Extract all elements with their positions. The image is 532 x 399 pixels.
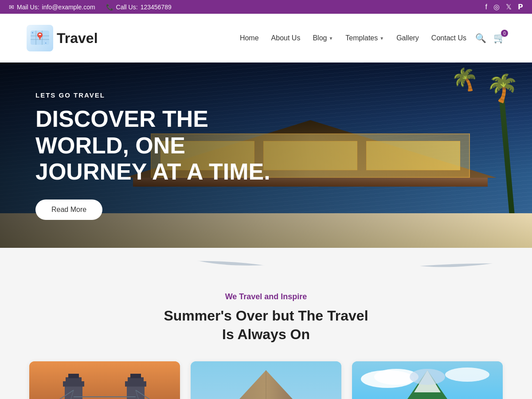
social-links: f ◎ 𝕏 𝗣 — [485, 3, 523, 11]
svg-rect-16 — [68, 374, 79, 378]
mail-label: Mail Us: — [17, 4, 39, 11]
mail-contact: ✉ Mail Us: info@example.com — [9, 4, 95, 11]
search-icon[interactable]: 🔍 — [475, 33, 486, 43]
section-tagline: We Travel and Inspire — [27, 292, 505, 301]
instagram-icon[interactable]: ◎ — [493, 3, 500, 11]
mail-icon: ✉ — [9, 4, 14, 11]
nav-icons: 🔍 🛒 0 — [475, 32, 505, 44]
card-london-image — [29, 361, 180, 399]
hero-subtitle: LETS GO TRAVEL — [35, 91, 301, 99]
nav-links: Home About Us Blog ▼ Templates ▼ Gallery… — [240, 34, 466, 42]
read-more-button[interactable]: Read More — [35, 200, 102, 220]
templates-dropdown-arrow: ▼ — [379, 36, 384, 41]
svg-rect-10 — [29, 361, 180, 399]
card-egypt-image — [191, 361, 341, 399]
top-bar-contacts: ✉ Mail Us: info@example.com 📞 Call Us: 1… — [9, 4, 172, 11]
svg-point-37 — [445, 368, 489, 382]
call-contact: 📞 Call Us: 123456789 — [106, 4, 172, 11]
hero-content: LETS GO TRAVEL DISCOVER THE WORLD, ONE J… — [0, 91, 337, 220]
nav-home[interactable]: Home — [240, 34, 259, 42]
nav-gallery[interactable]: Gallery — [396, 34, 419, 42]
phone-icon: 📞 — [106, 4, 113, 11]
svg-text:✦: ✦ — [45, 42, 47, 44]
svg-rect-20 — [130, 374, 141, 378]
section-title: Summer's Over but The Travel Is Always O… — [27, 307, 505, 344]
nav-blog[interactable]: Blog ▼ — [313, 34, 333, 42]
twitter-icon[interactable]: 𝕏 — [506, 3, 512, 11]
nav-contact[interactable]: Contact Us — [431, 34, 466, 42]
card-tropical-image: 🌴 🌴 — [352, 361, 503, 399]
svg-text:✦: ✦ — [31, 31, 34, 34]
cards-row: Traveler Misty Horizon — [27, 361, 505, 399]
card-london[interactable]: Traveler Misty Horizon — [29, 361, 180, 399]
card-egypt[interactable]: Traveler Emerald Escape — [191, 361, 341, 399]
tropical-svg: 🌴 🌴 — [352, 361, 503, 399]
logo-text: Travel — [57, 30, 98, 47]
blog-dropdown-arrow: ▼ — [329, 36, 333, 41]
navbar: ✦ ✦ Travel Home About Us Blog ▼ Template… — [0, 14, 532, 63]
logo-svg: ✦ ✦ — [29, 27, 51, 49]
mail-value: info@example.com — [42, 4, 95, 11]
svg-point-41 — [410, 369, 445, 385]
nav-about[interactable]: About Us — [271, 34, 301, 42]
pinterest-icon[interactable]: 𝗣 — [518, 3, 523, 11]
logo[interactable]: ✦ ✦ Travel — [27, 25, 98, 51]
hero-title: DISCOVER THE WORLD, ONE JOURNEY AT A TIM… — [35, 106, 301, 185]
wave-svg — [0, 248, 532, 274]
top-bar: ✉ Mail Us: info@example.com 📞 Call Us: 1… — [0, 0, 532, 14]
travel-section: We Travel and Inspire Summer's Over but … — [0, 274, 532, 399]
cart-badge: 0 — [501, 30, 508, 37]
wave-divider — [0, 248, 532, 274]
london-bridge-svg — [29, 361, 180, 399]
facebook-icon[interactable]: f — [485, 3, 487, 11]
egypt-pyramid-svg — [191, 361, 341, 399]
hero-section: 🌴 🌴 LETS GO TRAVEL DISCOVER THE WORLD, O… — [0, 63, 532, 249]
call-value: 123456789 — [141, 4, 172, 11]
card-tropical[interactable]: 🌴 🌴 Traveler — [352, 361, 503, 399]
call-label: Call Us: — [116, 4, 138, 11]
cart-icon-wrap[interactable]: 🛒 0 — [493, 32, 505, 44]
nav-templates[interactable]: Templates ▼ — [345, 34, 384, 42]
logo-icon: ✦ ✦ — [27, 25, 53, 51]
